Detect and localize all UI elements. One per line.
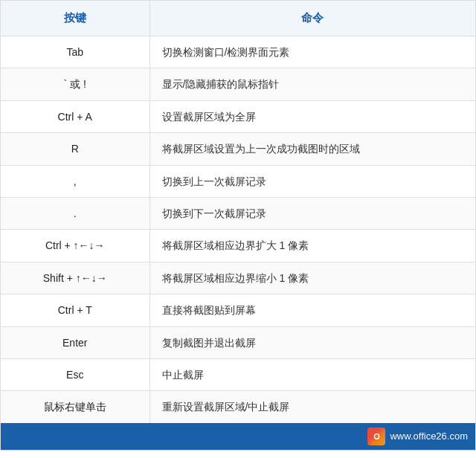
key-cell: R	[1, 133, 149, 165]
key-cell: .	[1, 197, 149, 229]
key-cell: ` 或 !	[1, 68, 149, 100]
key-cell: ,	[1, 165, 149, 197]
command-cell: 将截屏区域相应边界缩小 1 像素	[149, 262, 475, 294]
command-cell: 复制截图并退出截屏	[149, 326, 475, 358]
table-row: ,切换到上一次截屏记录	[1, 165, 475, 197]
table-row: .切换到下一次截屏记录	[1, 197, 475, 229]
command-cell: 重新设置截屏区域/中止截屏	[149, 391, 475, 423]
command-cell: 切换到上一次截屏记录	[149, 165, 475, 197]
footer-bar: O www.office26.com	[1, 423, 475, 450]
keyboard-shortcut-table: 按键 命令 Tab切换检测窗口/检测界面元素` 或 !显示/隐藏捕获的鼠标指针C…	[0, 0, 476, 451]
col-key-header: 按键	[1, 1, 149, 36]
command-cell: 直接将截图贴到屏幕	[149, 294, 475, 326]
key-cell: Tab	[1, 36, 149, 68]
table-row: Esc中止截屏	[1, 358, 475, 390]
table-row: Ctrl + ↑←↓→将截屏区域相应边界扩大 1 像素	[1, 230, 475, 262]
command-cell: 切换检测窗口/检测界面元素	[149, 36, 475, 68]
key-cell: Enter	[1, 326, 149, 358]
table-row: R将截屏区域设置为上一次成功截图时的区域	[1, 133, 475, 165]
table-row: Tab切换检测窗口/检测界面元素	[1, 36, 475, 68]
command-cell: 切换到下一次截屏记录	[149, 197, 475, 229]
table-row: 鼠标右键单击重新设置截屏区域/中止截屏	[1, 391, 475, 423]
command-cell: 中止截屏	[149, 358, 475, 390]
key-cell: Esc	[1, 358, 149, 390]
table-row: ` 或 !显示/隐藏捕获的鼠标指针	[1, 68, 475, 100]
key-cell: Ctrl + ↑←↓→	[1, 230, 149, 262]
command-cell: 设置截屏区域为全屏	[149, 100, 475, 132]
key-cell: Ctrl + A	[1, 100, 149, 132]
command-cell: 将截屏区域相应边界扩大 1 像素	[149, 230, 475, 262]
command-cell: 将截屏区域设置为上一次成功截图时的区域	[149, 133, 475, 165]
table-row: Shift + ↑←↓→将截屏区域相应边界缩小 1 像素	[1, 262, 475, 294]
table-row: Ctrl + A设置截屏区域为全屏	[1, 100, 475, 132]
key-cell: Ctrl + T	[1, 294, 149, 326]
office-logo-icon: O	[367, 428, 385, 445]
command-cell: 显示/隐藏捕获的鼠标指针	[149, 68, 475, 100]
key-cell: 鼠标右键单击	[1, 391, 149, 423]
table-row: Enter复制截图并退出截屏	[1, 326, 475, 358]
key-cell: Shift + ↑←↓→	[1, 262, 149, 294]
table-header-row: 按键 命令	[1, 1, 475, 36]
table-row: Ctrl + T直接将截图贴到屏幕	[1, 294, 475, 326]
col-command-header: 命令	[149, 1, 475, 36]
footer-site-text: www.office26.com	[390, 430, 468, 442]
